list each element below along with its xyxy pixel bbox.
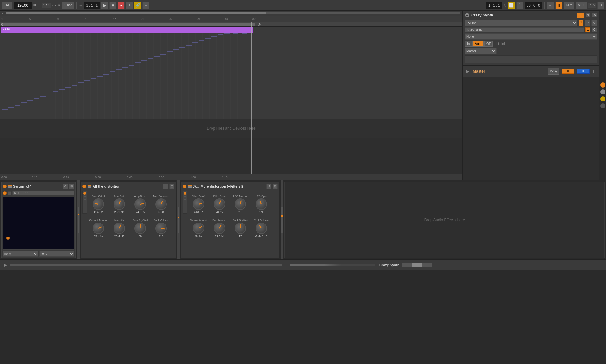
- track-settings-panel: ◆ Crazy Synth S ⚙ All Ins 1 S ⚙ ↕: [463, 11, 599, 65]
- dist-side-btn3[interactable]: [83, 198, 86, 200]
- orange-icon-btn[interactable]: [600, 82, 605, 88]
- ruler-mark-21: 21: [141, 17, 144, 21]
- rack-drywet-knob[interactable]: [134, 223, 146, 234]
- dist2-side-btn3[interactable]: [184, 198, 186, 200]
- pan-amount-label: Pan Amount: [212, 215, 226, 222]
- distortion2-save-btn[interactable]: ↺: [266, 184, 271, 189]
- distortion2-knobs-row2: Chorus Amount 54 % Pan Amount 27.6 % Rac…: [183, 215, 278, 238]
- serum-rec-btn[interactable]: [8, 191, 11, 195]
- filter-cutoff-label: Filter Cutoff: [192, 191, 205, 198]
- serum-power-btn[interactable]: [3, 185, 7, 188]
- stop-button[interactable]: ■: [109, 2, 116, 9]
- loop-indicator: ○● ▼: [52, 3, 61, 7]
- input-select[interactable]: All Ins: [465, 20, 577, 26]
- master-section: ▶ Master 1/2 0 0 ⏸: [463, 65, 599, 77]
- filter-cutoff-knob[interactable]: [193, 198, 204, 210]
- add-button[interactable]: +: [126, 2, 133, 9]
- svg-rect-68: [192, 42, 198, 43]
- settings-btn[interactable]: ⚙: [592, 13, 597, 17]
- time-70: 1:10: [222, 176, 228, 179]
- serum-dropdown-2[interactable]: none: [39, 251, 75, 257]
- back-button[interactable]: ←: [142, 2, 149, 9]
- tap-button[interactable]: TAP: [2, 2, 12, 9]
- dist2-side-btn2[interactable]: [184, 196, 186, 198]
- bars-beats-display: 36 . 0 . 0: [525, 2, 543, 9]
- serum-menu-btn[interactable]: ⊡: [69, 184, 74, 189]
- serum-save-btn[interactable]: ↺: [63, 184, 68, 189]
- edit-btn[interactable]: ✏: [547, 2, 554, 9]
- channel-select-display[interactable]: ↕ All Channe: [465, 27, 584, 32]
- in-btn[interactable]: In: [465, 41, 472, 47]
- rack-volume-knob-group: Rack Volume 116: [151, 215, 172, 238]
- bottom-progress-bar[interactable]: [10, 264, 282, 266]
- mini-scrollbar[interactable]: [0, 22, 462, 27]
- chorus-amount-knob[interactable]: [193, 223, 204, 234]
- lfo-sync-knob[interactable]: [256, 198, 267, 210]
- bass-gain-knob[interactable]: [114, 198, 125, 210]
- rack-volume-knob[interactable]: [155, 223, 167, 234]
- d-btn[interactable]: D: [597, 2, 604, 9]
- amp-presence-knob-group: Amp Presence 5.28: [151, 191, 172, 214]
- bpm-input[interactable]: [14, 2, 32, 9]
- dist1-vol-fader[interactable]: [178, 207, 179, 233]
- yellow-icon-btn[interactable]: [600, 96, 605, 101]
- dist2-side-btn1[interactable]: [184, 192, 186, 195]
- auto-btn[interactable]: Auto: [472, 41, 484, 47]
- master-play-btn[interactable]: ▶: [465, 69, 470, 74]
- serum-vol-fader[interactable]: [78, 207, 79, 233]
- drop-zone[interactable]: Drop Files and Devices Here: [0, 119, 462, 138]
- audio-drop-area[interactable]: Drop Audio Effects Here: [284, 182, 605, 258]
- master-dropdown[interactable]: Master: [465, 48, 497, 54]
- vol-pan-strip[interactable]: [465, 55, 597, 63]
- play-button[interactable]: ▶: [101, 2, 108, 9]
- dist-side-btn2[interactable]: [83, 196, 86, 198]
- midi-clip-header[interactable]: C1-B3: [1, 27, 253, 33]
- intensity-knob[interactable]: [114, 223, 125, 234]
- rack-volume2-knob-group: Rack Volume -5.448 dB: [251, 215, 272, 238]
- bottom-icon-3: [412, 263, 417, 267]
- solo-btn[interactable]: S: [586, 13, 590, 17]
- draw-btn[interactable]: II: [555, 2, 562, 9]
- distortion-menu-btn[interactable]: ⊡: [169, 184, 174, 189]
- gray-icon-btn[interactable]: [600, 89, 605, 94]
- amp-presence-knob[interactable]: [155, 198, 167, 210]
- rack-volume2-knob[interactable]: [256, 223, 267, 234]
- curve-btn[interactable]: ⌒: [516, 2, 523, 9]
- loop-size-btn[interactable]: 1 Bar: [62, 2, 74, 9]
- rack-drywet2-knob[interactable]: [235, 223, 246, 234]
- distortion-save-btn[interactable]: ↺: [163, 184, 168, 189]
- ruler-mark-13: 13: [85, 17, 88, 21]
- dist-side-btn1[interactable]: [83, 192, 86, 195]
- record-button[interactable]: ●: [118, 2, 125, 9]
- serum-preset-display: R.I.P. CPU: [12, 191, 74, 195]
- record-arm-btn[interactable]: [577, 13, 584, 18]
- dist2-vol-fader[interactable]: [281, 207, 283, 233]
- distortion2-menu-btn[interactable]: ⊡: [273, 184, 278, 189]
- loop-mode-btn[interactable]: ⬜: [508, 2, 515, 9]
- pan-amount-knob[interactable]: [214, 223, 225, 234]
- bottom-play-btn[interactable]: ▶: [3, 262, 8, 268]
- arrangement-scroll-top: ▼: [0, 11, 462, 16]
- time-scrollbar[interactable]: 0:00 0:10 0:20 0:30 0:40 0:50 1:00 1:10: [0, 174, 462, 180]
- distortion2-power-btn[interactable]: [183, 185, 186, 188]
- off-btn[interactable]: Off: [484, 41, 493, 47]
- master-fraction-select[interactable]: 1/2: [548, 68, 559, 75]
- key-btn[interactable]: KEY: [564, 2, 574, 9]
- lfo-amount-knob[interactable]: [235, 198, 246, 210]
- midi-btn[interactable]: MIDI: [576, 2, 587, 9]
- horizontal-scrollbar[interactable]: [6, 12, 460, 14]
- none-dropdown[interactable]: None: [465, 33, 597, 40]
- serum-plugin-header: Serum_x64 ↺ ⊡: [3, 183, 74, 190]
- bass-cutoff-knob[interactable]: [93, 198, 104, 210]
- link-button[interactable]: 🔗: [134, 2, 141, 9]
- filter-reso-knob[interactable]: [214, 198, 225, 210]
- intensity-label: Intensity: [114, 215, 124, 222]
- dark-icon-btn[interactable]: [600, 103, 605, 108]
- cabinet-amount-knob[interactable]: [93, 223, 104, 234]
- amp-drive-knob[interactable]: [134, 198, 146, 210]
- svg-rect-46: [53, 91, 58, 92]
- settings-icon-btn[interactable]: ⚙: [591, 20, 597, 26]
- master-pause-btn[interactable]: ⏸: [592, 69, 596, 74]
- distortion-power-btn[interactable]: [82, 185, 86, 188]
- serum-dropdown-1[interactable]: none: [3, 251, 38, 257]
